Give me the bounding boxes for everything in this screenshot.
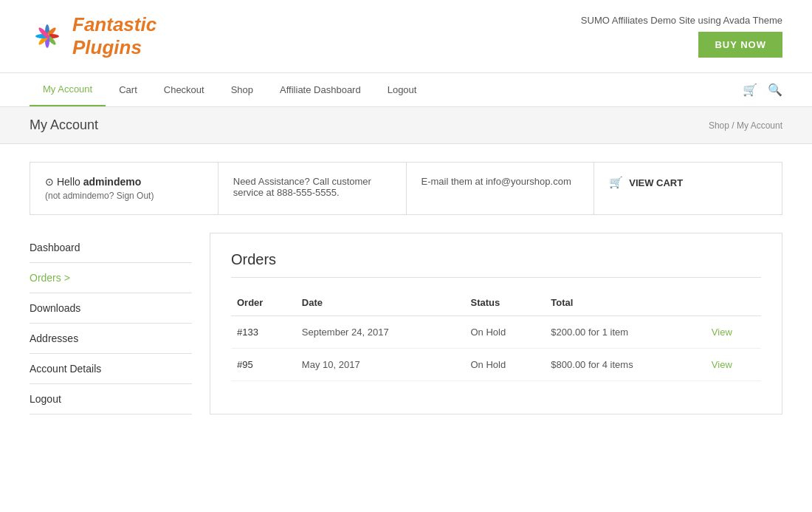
col-action (706, 290, 761, 316)
email-box: E-mail them at info@yourshop.com (407, 163, 595, 214)
search-nav-icon[interactable]: 🔍 (768, 83, 782, 97)
sidebar-item-addresses[interactable]: Addresses (30, 324, 192, 354)
logo-text: Fantastic Plugins (72, 13, 156, 59)
order-num-95: #95 (231, 349, 296, 381)
info-boxes: ⊙ Hello admindemo (not admindemo? Sign O… (30, 162, 782, 215)
logo-area: Fantastic Plugins (30, 13, 156, 59)
table-row: #133 September 24, 2017 On Hold $200.00 … (231, 316, 761, 349)
view-cart-button[interactable]: 🛒 VIEW CART (609, 176, 767, 189)
main-content: Dashboard Orders > Downloads Addresses A… (30, 233, 782, 414)
nav-affiliate-dashboard[interactable]: Affiliate Dashboard (266, 74, 374, 106)
sidebar-item-orders[interactable]: Orders > (30, 263, 192, 293)
logo-icon (30, 18, 65, 54)
username-label: admindemo (83, 176, 142, 188)
hello-text: ⊙ Hello admindemo (45, 176, 203, 188)
sidebar: Dashboard Orders > Downloads Addresses A… (30, 233, 192, 414)
breadcrumb: Shop / My Account (709, 120, 782, 131)
greeting-box: ⊙ Hello admindemo (not admindemo? Sign O… (30, 163, 219, 214)
order-total-133: $200.00 for 1 item (545, 316, 706, 349)
view-cart-label: VIEW CART (629, 177, 683, 188)
nav-cart[interactable]: Cart (106, 74, 151, 106)
breadcrumb-shop-link[interactable]: Shop (709, 120, 729, 131)
cart-icon: 🛒 (609, 176, 623, 189)
sidebar-item-downloads[interactable]: Downloads (30, 293, 192, 324)
order-total-95: $800.00 for 4 items (545, 349, 706, 381)
main-nav: My Account Cart Checkout Shop Affiliate … (0, 72, 812, 107)
order-status-95: On Hold (465, 349, 546, 381)
breadcrumb-bar: My Account Shop / My Account (0, 107, 812, 144)
orders-table: Order Date Status Total #133 September 2… (231, 290, 761, 381)
orders-table-header: Order Date Status Total (231, 290, 761, 316)
assistance-text: Need Assistance? Call customer service a… (233, 176, 371, 198)
nav-logout[interactable]: Logout (374, 74, 430, 106)
sign-out-link[interactable]: (not admindemo? Sign Out) (45, 191, 154, 201)
nav-checkout[interactable]: Checkout (151, 74, 218, 106)
tagline: SUMO Affiliates Demo Site using Avada Th… (581, 15, 782, 26)
content-area: Orders Order Date Status Total #133 Sept… (210, 233, 782, 414)
cart-nav-icon[interactable]: 🛒 (743, 83, 757, 97)
col-date: Date (296, 290, 465, 316)
order-action-133[interactable]: View (706, 316, 761, 349)
sign-out-text: (not admindemo? Sign Out) (45, 191, 203, 201)
order-date-133: September 24, 2017 (296, 316, 465, 349)
col-order: Order (231, 290, 296, 316)
nav-my-account[interactable]: My Account (30, 73, 106, 106)
sidebar-item-logout[interactable]: Logout (30, 384, 192, 414)
view-cart-box: 🛒 VIEW CART (594, 163, 782, 214)
sidebar-item-account-details[interactable]: Account Details (30, 354, 192, 384)
nav-icons: 🛒 🔍 (743, 83, 782, 97)
nav-shop[interactable]: Shop (218, 74, 266, 106)
col-total: Total (545, 290, 706, 316)
order-action-95[interactable]: View (706, 349, 761, 381)
greeting-label: ⊙ (45, 176, 57, 188)
orders-title: Orders (231, 251, 761, 278)
col-status: Status (465, 290, 546, 316)
breadcrumb-current: My Account (737, 120, 782, 131)
table-row: #95 May 10, 2017 On Hold $800.00 for 4 i… (231, 349, 761, 381)
order-status-133: On Hold (465, 316, 546, 349)
buy-now-button[interactable]: BUY NOW (698, 32, 782, 58)
assistance-box: Need Assistance? Call customer service a… (219, 163, 407, 214)
order-num-133: #133 (231, 316, 296, 349)
order-date-95: May 10, 2017 (296, 349, 465, 381)
email-text: E-mail them at info@yourshop.com (422, 176, 571, 187)
page-title: My Account (30, 117, 98, 133)
sidebar-item-dashboard[interactable]: Dashboard (30, 233, 192, 263)
header: Fantastic Plugins SUMO Affiliates Demo S… (0, 0, 812, 72)
header-right: SUMO Affiliates Demo Site using Avada Th… (581, 15, 782, 58)
